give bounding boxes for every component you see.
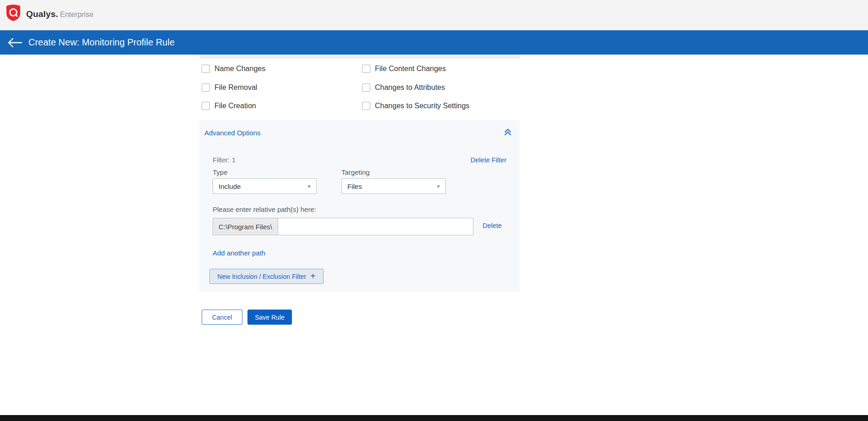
screen: Qualys. Enterprise Create New: Monitorin…	[0, 0, 868, 421]
caret-down-icon: ▾	[437, 183, 440, 190]
checkbox-file-creation[interactable]	[202, 102, 210, 110]
add-another-path-link[interactable]: Add another path	[213, 249, 265, 257]
save-rule-button[interactable]: Save Rule	[247, 310, 292, 325]
targeting-dropdown[interactable]: Files ▾	[341, 178, 446, 194]
checkbox-name-changes[interactable]	[202, 65, 210, 73]
path-prompt-label: Please enter relative path(s) here:	[213, 205, 316, 213]
checkbox-label: File Content Changes	[375, 65, 446, 73]
checkbox-label: Name Changes	[214, 65, 265, 73]
checkbox-file-removal[interactable]	[202, 83, 210, 92]
checkbox-label: Changes to Security Settings	[375, 102, 469, 110]
qualys-logo-icon	[5, 4, 22, 22]
path-prefix: C:\Program Files\	[213, 218, 278, 235]
checkbox-label: Changes to Attributes	[375, 83, 445, 92]
filter-number-label: Filter: 1	[213, 156, 236, 164]
back-arrow-icon[interactable]	[6, 37, 23, 48]
collapse-double-chevron-up-icon[interactable]	[503, 127, 512, 137]
plus-icon: +	[310, 271, 316, 281]
new-inclusion-exclusion-filter-button[interactable]: New Inclusion / Exclusion Filter +	[209, 269, 324, 284]
delete-filter-link[interactable]: Delete Filter	[471, 156, 506, 164]
checkbox-changes-to-security-settings[interactable]	[362, 102, 370, 110]
checkbox-row: File Removal	[202, 83, 257, 92]
delete-path-link[interactable]: Delete	[483, 222, 502, 229]
targeting-dropdown-value: Files	[347, 183, 437, 190]
advanced-options-link[interactable]: Advanced Options	[204, 129, 261, 137]
checkbox-changes-to-attributes[interactable]	[362, 83, 370, 92]
checkbox-row: File Content Changes	[362, 64, 446, 73]
targeting-field-label: Targeting	[341, 168, 370, 176]
new-filter-button-label: New Inclusion / Exclusion Filter	[217, 273, 306, 280]
clipped-section-header	[199, 55, 520, 59]
checkbox-row: Changes to Security Settings	[362, 101, 469, 111]
checkbox-label: File Removal	[214, 83, 257, 92]
checkbox-row: Changes to Attributes	[362, 83, 445, 92]
cancel-button[interactable]: Cancel	[202, 310, 242, 325]
checkbox-row: File Creation	[202, 101, 256, 111]
caret-down-icon: ▾	[308, 183, 311, 190]
top-brand-bar: Qualys. Enterprise	[0, 0, 868, 30]
brand-name: Qualys.	[26, 9, 58, 19]
type-dropdown-value: Include	[219, 183, 308, 190]
page-title: Create New: Monitoring Profile Rule	[28, 37, 175, 48]
product-name: Enterprise	[60, 11, 93, 19]
page-header: Create New: Monitoring Profile Rule	[0, 30, 868, 55]
type-dropdown[interactable]: Include ▾	[213, 178, 317, 194]
type-field-label: Type	[213, 168, 228, 176]
bottom-bar	[0, 415, 868, 421]
checkbox-label: File Creation	[214, 102, 256, 110]
checkbox-file-content-changes[interactable]	[362, 65, 370, 73]
checkbox-row: Name Changes	[202, 64, 265, 73]
advanced-options-panel: Advanced Options Filter: 1 Delete Filter…	[199, 120, 520, 292]
relative-path-input[interactable]	[278, 218, 473, 235]
path-input-row: C:\Program Files\	[213, 218, 473, 235]
